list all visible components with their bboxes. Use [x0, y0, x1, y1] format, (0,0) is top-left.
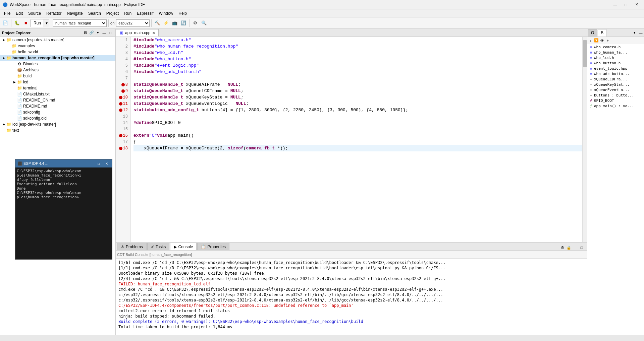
build-target-select[interactable]: human_face_recognit: [53, 19, 107, 27]
outline-tab[interactable]: O: [588, 29, 597, 37]
outline-filter-icon[interactable]: 🔽: [594, 38, 599, 43]
menu-item-edit[interactable]: Edit: [13, 10, 25, 17]
menu-item-navigate[interactable]: Navigate: [64, 10, 85, 17]
outline-item-8[interactable]: ◇xQueueEventLo...: [587, 87, 644, 92]
new-button[interactable]: 📄: [1, 19, 9, 27]
outline-item-9[interactable]: ◇buttons : butto...: [587, 92, 644, 98]
outline-item-11[interactable]: ƒapp_main() : vo...: [587, 103, 644, 109]
tree-item[interactable]: 📄CMakeLists.txt: [0, 91, 115, 97]
tree-item-label: human_face_recognition [esp-who master]: [12, 56, 95, 60]
tree-item[interactable]: ▶📁human_face_recognition [esp-who master…: [0, 55, 115, 61]
maximize-button[interactable]: □: [621, 1, 631, 8]
menu-item-search[interactable]: Search: [86, 10, 104, 17]
outline-sort-icon[interactable]: ↕: [588, 38, 593, 43]
build-button[interactable]: 🔨: [153, 19, 161, 27]
view-menu-icon[interactable]: ▾: [95, 30, 101, 36]
run-combo[interactable]: Run ▾: [31, 19, 49, 27]
tree-item[interactable]: ▶📁camera [esp-dev-kits master]: [0, 37, 115, 43]
tree-item[interactable]: 📁build: [0, 73, 115, 79]
tree-item[interactable]: 📄sdkconfig: [0, 109, 115, 115]
console-line-8: C:/ESP32/ESP-IDF4.4/components/freertos/…: [118, 303, 584, 308]
outline-item-5[interactable]: ▣who_adc_butto...: [587, 71, 644, 76]
run-dropdown[interactable]: ▾: [44, 19, 49, 27]
tree-item[interactable]: 📄README_CN.md: [0, 97, 115, 103]
outline-expand-icon[interactable]: +: [605, 38, 610, 43]
terminal-restore-button[interactable]: □: [95, 161, 102, 166]
problems-tab[interactable]: ⚠ Problems: [117, 243, 147, 250]
code-line-1: #include "who_camera.h": [133, 37, 582, 43]
menu-item-source[interactable]: Source: [25, 10, 44, 17]
menu-item-file[interactable]: File: [1, 10, 13, 17]
tree-item[interactable]: 📄README.md: [0, 103, 115, 109]
search-toolbar-button[interactable]: 🔍: [200, 19, 208, 27]
tree-item[interactable]: 📁hello_world: [0, 49, 115, 55]
outline-item-3[interactable]: ▣who_button.h: [587, 60, 644, 66]
tab-close-icon[interactable]: ✕: [152, 31, 155, 35]
outline-item-icon: ▣: [589, 50, 593, 55]
outline-item-1[interactable]: ▣who_human_fa...: [587, 50, 644, 55]
line-number-17: 17: [117, 139, 129, 145]
terminal-icon: ⬛: [17, 161, 22, 166]
tree-item[interactable]: 📁examples: [0, 43, 115, 49]
clear-console-icon[interactable]: 🗑: [560, 245, 565, 250]
menu-item-window[interactable]: Window: [156, 10, 176, 17]
outline-hide-icon[interactable]: 👁: [599, 38, 605, 43]
console-line-9: collect2.exe: error: ld returned 1 exit …: [118, 308, 584, 314]
outline-item-0[interactable]: ▣who_camera.h: [587, 44, 644, 50]
outline-item-6[interactable]: ◇xQueueLCDFra...: [587, 76, 644, 82]
terminal-close-button[interactable]: ✕: [103, 161, 110, 166]
minimize-panel-icon[interactable]: —: [102, 30, 107, 36]
outline-item-7[interactable]: ◇xQueueKeyStat...: [587, 82, 644, 87]
tree-item-label: examples: [18, 44, 35, 48]
run-debug-button[interactable]: 🐛: [13, 19, 21, 27]
tree-item[interactable]: 📁text: [0, 127, 115, 133]
maximize-panel-icon[interactable]: □: [108, 30, 113, 36]
rp-minimize[interactable]: —: [638, 30, 643, 36]
console-tab[interactable]: ▶ Console: [170, 243, 197, 250]
bookmarks-tab[interactable]: B: [598, 29, 606, 37]
code-content[interactable]: #include "who_camera.h"#include "who_hum…: [131, 37, 582, 242]
terminal-line: ples\human_face_recognition>: [17, 195, 111, 199]
scroll-lock-icon[interactable]: 🔒: [566, 245, 572, 250]
on-label: on:: [110, 21, 115, 25]
stop-button[interactable]: ■: [22, 19, 30, 27]
console-maximize-icon[interactable]: □: [579, 245, 584, 250]
outline-item-10[interactable]: #GPIO_BOOT: [587, 98, 644, 103]
menu-item-run[interactable]: Run: [121, 10, 134, 17]
flash-monitor-button[interactable]: 🔄: [179, 19, 187, 27]
link-with-editor-icon[interactable]: 🔗: [89, 30, 94, 36]
editor-tab-app-main[interactable]: ▣ app_main.cpp ✕: [116, 29, 159, 37]
minimize-button[interactable]: —: [610, 1, 620, 8]
settings-button[interactable]: ⚙: [191, 19, 199, 27]
flash-button[interactable]: ⚡: [162, 19, 170, 27]
line-numbers: 123456789101112131415161718: [116, 37, 131, 242]
close-button[interactable]: ✕: [632, 1, 641, 8]
menu-item-project[interactable]: Project: [104, 10, 121, 17]
device-select[interactable]: esp32s2: [116, 19, 150, 27]
menu-item-help[interactable]: Help: [176, 10, 190, 17]
terminal-line: Done: [17, 186, 111, 191]
tree-item[interactable]: ▶📁lcd [esp-dev-kits master]: [0, 121, 115, 127]
tree-item[interactable]: 📄sdkconfig.old: [0, 115, 115, 121]
menu-item-espressif[interactable]: Espressif: [134, 10, 156, 17]
outline-item-icon: ◇: [589, 87, 593, 92]
outline-item-4[interactable]: ▣event_logic.hpp: [587, 66, 644, 71]
collapse-all-icon[interactable]: ⊟: [83, 30, 88, 36]
tree-item[interactable]: ▶📁lcd: [0, 79, 115, 85]
tree-item[interactable]: 📁terminal: [0, 85, 115, 91]
outline-item-label: GPIO_BOOT: [594, 98, 614, 103]
properties-tab[interactable]: 📋 Properties: [197, 243, 229, 250]
console-minimize-icon[interactable]: —: [573, 245, 578, 250]
menu-item-refactor[interactable]: Refactor: [44, 10, 64, 17]
tree-item[interactable]: 📦Archives: [0, 67, 115, 73]
outline-item-icon: ƒ: [589, 104, 593, 108]
breakpoint-dot: [119, 96, 122, 99]
code-editor-scrollbar[interactable]: [582, 37, 587, 242]
outline-item-2[interactable]: ▣who_lcd.h: [587, 55, 644, 60]
tasks-tab[interactable]: ✔ Tasks: [147, 243, 170, 250]
tree-item-icon: 📁: [6, 128, 11, 133]
monitor-button[interactable]: 📺: [171, 19, 179, 27]
tree-item[interactable]: ⚙Binaries: [0, 61, 115, 67]
terminal-minimize-button[interactable]: —: [87, 161, 94, 166]
rp-icons[interactable]: ▾: [632, 30, 637, 36]
